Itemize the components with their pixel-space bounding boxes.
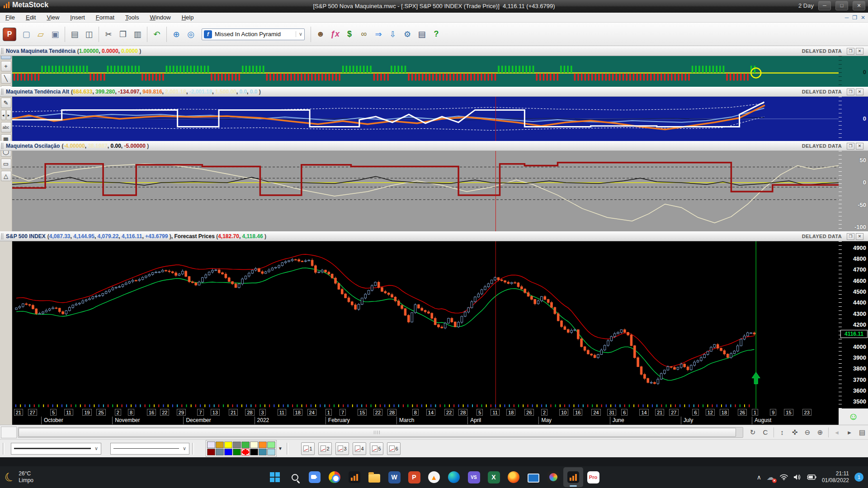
panel-grip[interactable] bbox=[1, 143, 3, 149]
prev-disabled-icon[interactable]: ◂ bbox=[831, 427, 843, 438]
crosshair-pointer-icon[interactable]: ⊕ bbox=[169, 27, 184, 42]
next-icon[interactable]: ▸ bbox=[844, 427, 855, 438]
downloader-icon[interactable]: ⇩ bbox=[386, 27, 400, 42]
toolbar-grip[interactable] bbox=[287, 443, 288, 455]
forecaster-arrow-icon[interactable]: ⇒ bbox=[371, 27, 386, 42]
template-button-2[interactable]: 2 bbox=[318, 442, 332, 455]
panel-oscilacao-chart[interactable]: 500-50-100 bbox=[12, 151, 868, 231]
quotes-dollar-icon[interactable]: $ bbox=[342, 27, 357, 42]
horizontal-scrollbar[interactable] bbox=[18, 427, 743, 438]
scroll-left-icon[interactable]: ◂ bbox=[1, 110, 6, 120]
menu-window[interactable]: Window bbox=[144, 13, 176, 23]
color-swatch[interactable] bbox=[216, 441, 224, 448]
taskbar-photos-icon[interactable] bbox=[543, 467, 563, 487]
color-swatch[interactable] bbox=[233, 449, 241, 455]
taskbar-charts-app-icon[interactable] bbox=[344, 467, 364, 487]
panel-close-button[interactable]: ✕ bbox=[856, 48, 863, 55]
taskbar-excel-icon[interactable]: X bbox=[484, 467, 504, 487]
wifi-icon[interactable] bbox=[780, 474, 788, 480]
color-swatch[interactable] bbox=[224, 449, 232, 455]
child-restore-icon[interactable]: ❐ bbox=[852, 14, 857, 21]
panel-price-chart[interactable]: 4116.11 49004800470046004500440043004200… bbox=[12, 241, 868, 408]
menu-file[interactable]: File bbox=[0, 13, 20, 23]
line-style-select[interactable]: ∨ bbox=[11, 443, 101, 455]
copy-icon[interactable]: ❐ bbox=[116, 27, 130, 42]
template-button-5[interactable]: 5 bbox=[370, 442, 383, 455]
panel-restore-button[interactable]: ❐ bbox=[847, 89, 854, 95]
panel-header-tendencia-alt[interactable]: Maquineta Tendência Alt (684.633, 399.28… bbox=[0, 87, 868, 97]
save-icon[interactable]: ▣ bbox=[48, 27, 62, 42]
refresh-icon[interactable]: ↻ bbox=[747, 427, 759, 438]
cut-icon[interactable]: ✂ bbox=[101, 27, 116, 42]
panel-header-tendencia[interactable]: Nova Maquineta Tendência (1.00000, 0.000… bbox=[0, 46, 868, 56]
color-swatch[interactable] bbox=[207, 441, 215, 448]
menu-help[interactable]: Help bbox=[176, 13, 199, 23]
tool-crosshair-plus[interactable]: + bbox=[1, 61, 11, 71]
panel-tendencia-chart[interactable]: 0 bbox=[12, 56, 868, 87]
panel-close-button[interactable]: ✕ bbox=[856, 233, 863, 240]
system-tester-icon[interactable]: ⚙ bbox=[400, 27, 415, 42]
onedrive-error-icon[interactable]: ☁✕ bbox=[767, 473, 774, 482]
notification-badge[interactable]: 1 bbox=[854, 473, 863, 482]
open-file-icon[interactable]: ▱ bbox=[33, 27, 48, 42]
panel-tendencia-alt-chart[interactable]: 0 bbox=[12, 97, 868, 141]
child-close-icon[interactable]: ✕ bbox=[861, 14, 865, 21]
layout-selector-combobox[interactable]: fMissed In Action Pyramid∨ bbox=[202, 28, 305, 40]
print-icon[interactable]: ▤ bbox=[67, 27, 82, 42]
menu-insert[interactable]: Insert bbox=[65, 13, 90, 23]
taskbar-start-icon[interactable] bbox=[265, 467, 285, 487]
tray-chevron-icon[interactable]: ∧ bbox=[757, 474, 761, 481]
color-swatch[interactable] bbox=[233, 441, 241, 448]
taskbar-metastock-icon[interactable] bbox=[563, 467, 583, 487]
taskbar-edge-icon[interactable] bbox=[444, 467, 464, 487]
tendencia-alt-plot[interactable] bbox=[12, 97, 839, 141]
tool-pencil[interactable]: ✎ bbox=[1, 98, 11, 108]
report-preview-icon[interactable]: ▤ bbox=[415, 27, 429, 42]
template-button-4[interactable]: 4 bbox=[353, 442, 366, 455]
tool-rectangle[interactable]: ▭ bbox=[1, 159, 11, 169]
scroll-right-icon[interactable]: ▸ bbox=[6, 110, 11, 120]
palette-dropdown-icon[interactable]: ▼ bbox=[277, 441, 284, 456]
color-swatch[interactable] bbox=[224, 441, 232, 448]
tool-trendline[interactable]: ╲ bbox=[1, 73, 11, 84]
indicator-builder-icon[interactable]: ƒx bbox=[328, 27, 342, 42]
color-swatch[interactable] bbox=[267, 449, 275, 455]
paste-icon[interactable]: ▥ bbox=[130, 27, 145, 42]
color-swatch[interactable] bbox=[241, 441, 250, 448]
color-swatch[interactable] bbox=[250, 449, 258, 455]
toolbar-grip[interactable] bbox=[192, 443, 194, 455]
context-help-icon[interactable]: ? bbox=[429, 27, 443, 42]
taskbar-word-icon[interactable]: W bbox=[384, 467, 404, 487]
taskbar-visual-studio-icon[interactable]: VS bbox=[464, 467, 484, 487]
taskbar-clock[interactable]: 21:11 01/08/2022 bbox=[822, 470, 849, 484]
taskbar-firefox-icon[interactable] bbox=[504, 467, 524, 487]
color-swatch[interactable] bbox=[267, 441, 275, 448]
color-swatch[interactable] bbox=[216, 449, 224, 455]
minimize-button[interactable]: ─ bbox=[818, 1, 831, 10]
tendencia-plot[interactable] bbox=[12, 56, 839, 87]
zoom-out-icon[interactable]: ⊖ bbox=[802, 427, 813, 438]
tool-triangle[interactable]: △ bbox=[1, 171, 11, 181]
taskbar-chat-icon[interactable] bbox=[305, 467, 325, 487]
fit-vertical-icon[interactable]: ↕ bbox=[776, 427, 788, 438]
color-swatch[interactable] bbox=[207, 449, 215, 455]
template-button-3[interactable]: 3 bbox=[335, 442, 349, 455]
child-minimize-icon[interactable]: ─ bbox=[845, 14, 849, 21]
battery-icon[interactable] bbox=[807, 474, 816, 480]
taskbar-search-icon[interactable] bbox=[285, 467, 305, 487]
pan-icon[interactable]: ✜ bbox=[789, 427, 801, 438]
zoom-in-icon[interactable]: ⊕ bbox=[814, 427, 826, 438]
tool-text-abc[interactable]: abc bbox=[1, 122, 11, 132]
expert-advisor-icon[interactable]: ☻ bbox=[313, 27, 328, 42]
oscilacao-plot[interactable] bbox=[12, 151, 839, 231]
print-preview-icon[interactable]: ◫ bbox=[82, 27, 96, 42]
menu-view[interactable]: View bbox=[41, 13, 65, 23]
panel-header-price[interactable]: S&P 500 INDEX (4,087.33, 4,144.95, 4,079… bbox=[0, 231, 868, 241]
new-chart-icon[interactable]: ▢ bbox=[19, 27, 33, 42]
taskbar-vlc-icon[interactable]: ▲ bbox=[424, 467, 444, 487]
taskbar-monitor-app-icon[interactable] bbox=[524, 467, 543, 487]
undo-icon[interactable]: ↶ bbox=[150, 27, 164, 42]
color-swatch[interactable] bbox=[250, 441, 258, 448]
panel-grip[interactable] bbox=[1, 89, 3, 95]
c-rescale-icon[interactable]: C bbox=[760, 427, 771, 438]
